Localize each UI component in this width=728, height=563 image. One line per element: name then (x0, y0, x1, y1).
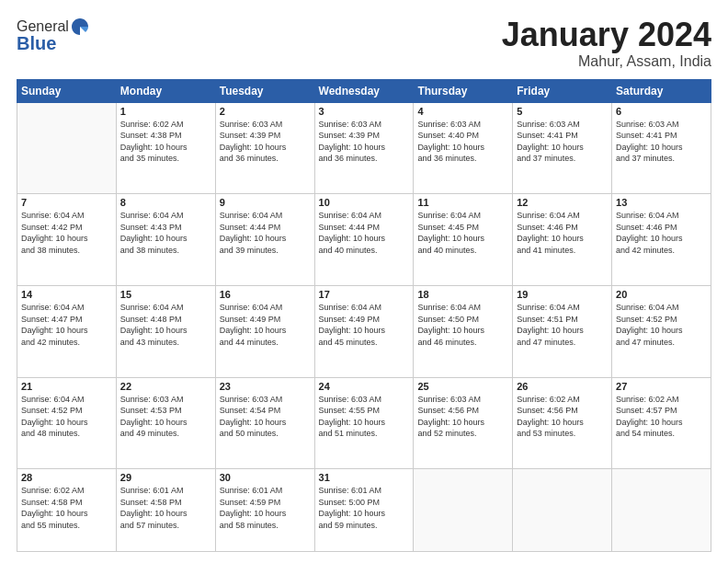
calendar-cell: 10Sunrise: 6:04 AM Sunset: 4:44 PM Dayli… (314, 194, 414, 286)
calendar-cell: 28Sunrise: 6:02 AM Sunset: 4:58 PM Dayli… (17, 469, 117, 552)
logo: General Blue (17, 17, 90, 54)
calendar-cell (414, 469, 513, 552)
calendar-cell (17, 102, 117, 194)
day-header-saturday: Saturday (612, 79, 711, 102)
cell-content: Sunrise: 6:04 AM Sunset: 4:52 PM Dayligh… (616, 302, 707, 348)
calendar-cell: 21Sunrise: 6:04 AM Sunset: 4:52 PM Dayli… (17, 377, 117, 469)
calendar-cell: 1Sunrise: 6:02 AM Sunset: 4:38 PM Daylig… (116, 102, 215, 194)
cell-content: Sunrise: 6:01 AM Sunset: 4:59 PM Dayligh… (220, 485, 311, 531)
calendar-cell: 29Sunrise: 6:01 AM Sunset: 4:58 PM Dayli… (116, 469, 215, 552)
day-number: 17 (319, 289, 410, 300)
day-number: 18 (417, 289, 508, 300)
calendar-cell: 25Sunrise: 6:03 AM Sunset: 4:56 PM Dayli… (414, 377, 513, 469)
logo-icon (70, 17, 90, 37)
day-header-friday: Friday (513, 79, 612, 102)
calendar-cell: 17Sunrise: 6:04 AM Sunset: 4:49 PM Dayli… (314, 285, 414, 377)
calendar-cell: 22Sunrise: 6:03 AM Sunset: 4:53 PM Dayli… (116, 377, 215, 469)
day-number: 3 (319, 106, 410, 117)
cell-content: Sunrise: 6:04 AM Sunset: 4:45 PM Dayligh… (417, 210, 508, 256)
calendar-cell: 18Sunrise: 6:04 AM Sunset: 4:50 PM Dayli… (414, 285, 513, 377)
logo-blue-text: Blue (17, 33, 56, 54)
calendar-cell: 5Sunrise: 6:03 AM Sunset: 4:41 PM Daylig… (513, 102, 612, 194)
cell-content: Sunrise: 6:03 AM Sunset: 4:39 PM Dayligh… (319, 119, 410, 165)
calendar-cell: 16Sunrise: 6:04 AM Sunset: 4:49 PM Dayli… (215, 285, 314, 377)
calendar-cell: 9Sunrise: 6:04 AM Sunset: 4:44 PM Daylig… (215, 194, 314, 286)
cell-content: Sunrise: 6:04 AM Sunset: 4:44 PM Dayligh… (220, 210, 311, 256)
header: General Blue January 2024 Mahur, Assam, … (17, 17, 711, 70)
day-number: 2 (220, 106, 311, 117)
calendar-cell: 7Sunrise: 6:04 AM Sunset: 4:42 PM Daylig… (17, 194, 117, 286)
cell-content: Sunrise: 6:03 AM Sunset: 4:53 PM Dayligh… (120, 394, 211, 440)
cell-content: Sunrise: 6:01 AM Sunset: 4:58 PM Dayligh… (120, 485, 211, 531)
day-number: 31 (319, 472, 410, 483)
day-number: 1 (120, 106, 211, 117)
cell-content: Sunrise: 6:04 AM Sunset: 4:44 PM Dayligh… (319, 210, 410, 256)
page: General Blue January 2024 Mahur, Assam, … (0, 0, 728, 563)
calendar-cell: 15Sunrise: 6:04 AM Sunset: 4:48 PM Dayli… (116, 285, 215, 377)
cell-content: Sunrise: 6:04 AM Sunset: 4:47 PM Dayligh… (21, 302, 112, 348)
day-number: 23 (220, 381, 311, 392)
calendar-cell: 26Sunrise: 6:02 AM Sunset: 4:56 PM Dayli… (513, 377, 612, 469)
day-number: 12 (517, 197, 608, 208)
calendar-cell: 2Sunrise: 6:03 AM Sunset: 4:39 PM Daylig… (215, 102, 314, 194)
calendar-cell: 11Sunrise: 6:04 AM Sunset: 4:45 PM Dayli… (414, 194, 513, 286)
day-number: 22 (120, 381, 211, 392)
calendar-table: SundayMondayTuesdayWednesdayThursdayFrid… (17, 79, 711, 552)
main-title: January 2024 (502, 17, 711, 53)
day-number: 20 (616, 289, 707, 300)
calendar-cell: 14Sunrise: 6:04 AM Sunset: 4:47 PM Dayli… (17, 285, 117, 377)
day-number: 4 (417, 106, 508, 117)
day-number: 16 (220, 289, 311, 300)
day-header-thursday: Thursday (414, 79, 513, 102)
day-number: 11 (417, 197, 508, 208)
day-number: 27 (616, 381, 707, 392)
day-number: 14 (21, 289, 112, 300)
day-number: 7 (21, 197, 112, 208)
day-number: 24 (319, 381, 410, 392)
cell-content: Sunrise: 6:03 AM Sunset: 4:40 PM Dayligh… (417, 119, 508, 165)
calendar-cell: 3Sunrise: 6:03 AM Sunset: 4:39 PM Daylig… (314, 102, 414, 194)
calendar-cell: 13Sunrise: 6:04 AM Sunset: 4:46 PM Dayli… (612, 194, 711, 286)
calendar-cell: 24Sunrise: 6:03 AM Sunset: 4:55 PM Dayli… (314, 377, 414, 469)
cell-content: Sunrise: 6:03 AM Sunset: 4:41 PM Dayligh… (616, 119, 707, 165)
calendar-week-2: 14Sunrise: 6:04 AM Sunset: 4:47 PM Dayli… (17, 285, 711, 377)
cell-content: Sunrise: 6:04 AM Sunset: 4:51 PM Dayligh… (517, 302, 608, 348)
calendar-cell: 19Sunrise: 6:04 AM Sunset: 4:51 PM Dayli… (513, 285, 612, 377)
day-number: 10 (319, 197, 410, 208)
calendar-cell: 31Sunrise: 6:01 AM Sunset: 5:00 PM Dayli… (314, 469, 414, 552)
cell-content: Sunrise: 6:04 AM Sunset: 4:43 PM Dayligh… (120, 210, 211, 256)
cell-content: Sunrise: 6:04 AM Sunset: 4:48 PM Dayligh… (120, 302, 211, 348)
cell-content: Sunrise: 6:04 AM Sunset: 4:42 PM Dayligh… (21, 210, 112, 256)
cell-content: Sunrise: 6:03 AM Sunset: 4:39 PM Dayligh… (220, 119, 311, 165)
day-number: 19 (517, 289, 608, 300)
day-number: 6 (616, 106, 707, 117)
calendar-cell: 30Sunrise: 6:01 AM Sunset: 4:59 PM Dayli… (215, 469, 314, 552)
cell-content: Sunrise: 6:02 AM Sunset: 4:57 PM Dayligh… (616, 394, 707, 440)
calendar-header-row: SundayMondayTuesdayWednesdayThursdayFrid… (17, 79, 711, 102)
cell-content: Sunrise: 6:03 AM Sunset: 4:56 PM Dayligh… (417, 394, 508, 440)
day-number: 26 (517, 381, 608, 392)
title-block: January 2024 Mahur, Assam, India (502, 17, 711, 70)
day-header-sunday: Sunday (17, 79, 117, 102)
day-number: 9 (220, 197, 311, 208)
cell-content: Sunrise: 6:04 AM Sunset: 4:52 PM Dayligh… (21, 394, 112, 440)
day-number: 25 (417, 381, 508, 392)
cell-content: Sunrise: 6:02 AM Sunset: 4:58 PM Dayligh… (21, 485, 112, 531)
day-number: 8 (120, 197, 211, 208)
calendar-cell: 8Sunrise: 6:04 AM Sunset: 4:43 PM Daylig… (116, 194, 215, 286)
cell-content: Sunrise: 6:03 AM Sunset: 4:55 PM Dayligh… (319, 394, 410, 440)
calendar-cell: 6Sunrise: 6:03 AM Sunset: 4:41 PM Daylig… (612, 102, 711, 194)
day-number: 30 (220, 472, 311, 483)
calendar-cell: 12Sunrise: 6:04 AM Sunset: 4:46 PM Dayli… (513, 194, 612, 286)
day-number: 29 (120, 472, 211, 483)
day-header-monday: Monday (116, 79, 215, 102)
day-header-tuesday: Tuesday (215, 79, 314, 102)
cell-content: Sunrise: 6:02 AM Sunset: 4:38 PM Dayligh… (120, 119, 211, 165)
cell-content: Sunrise: 6:04 AM Sunset: 4:49 PM Dayligh… (220, 302, 311, 348)
calendar-cell: 4Sunrise: 6:03 AM Sunset: 4:40 PM Daylig… (414, 102, 513, 194)
calendar-cell: 27Sunrise: 6:02 AM Sunset: 4:57 PM Dayli… (612, 377, 711, 469)
calendar-week-4: 28Sunrise: 6:02 AM Sunset: 4:58 PM Dayli… (17, 469, 711, 552)
cell-content: Sunrise: 6:04 AM Sunset: 4:50 PM Dayligh… (417, 302, 508, 348)
cell-content: Sunrise: 6:01 AM Sunset: 5:00 PM Dayligh… (319, 485, 410, 531)
calendar-week-1: 7Sunrise: 6:04 AM Sunset: 4:42 PM Daylig… (17, 194, 711, 286)
